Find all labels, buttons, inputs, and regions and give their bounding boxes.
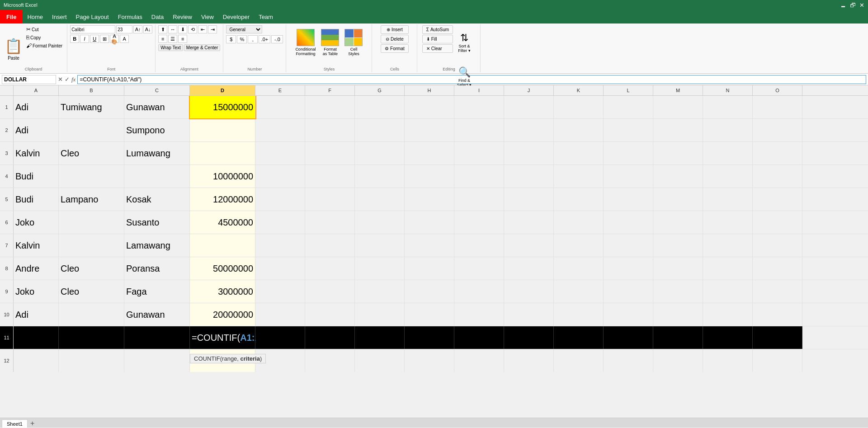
cell-A3[interactable]: Kalvin	[14, 142, 59, 165]
cell-N3[interactable]	[703, 142, 753, 165]
cut-button[interactable]: ✂ Cut	[24, 25, 64, 33]
cell-O3[interactable]	[753, 142, 802, 165]
cell-K9[interactable]	[554, 280, 604, 303]
cell-J7[interactable]	[504, 234, 554, 257]
cell-L3[interactable]	[604, 142, 653, 165]
cell-B9[interactable]: Cleo	[59, 280, 124, 303]
cell-J6[interactable]	[504, 211, 554, 234]
format-as-table-button[interactable]: Formatas Table	[318, 25, 342, 60]
cell-K2[interactable]	[554, 119, 604, 141]
row-number-5[interactable]: 5	[0, 188, 14, 211]
cell-M11[interactable]	[653, 326, 703, 349]
col-header-C[interactable]: C	[124, 85, 190, 95]
cell-G8[interactable]	[355, 257, 405, 280]
row-number-3[interactable]: 3	[0, 142, 14, 165]
cell-L2[interactable]	[604, 119, 653, 141]
cell-A12[interactable]	[14, 349, 59, 372]
cell-G7[interactable]	[355, 234, 405, 257]
cell-F2[interactable]	[305, 119, 355, 141]
cell-C7[interactable]: Lamawang	[124, 234, 190, 257]
cell-B2[interactable]	[59, 119, 124, 141]
cell-G11[interactable]	[355, 326, 405, 349]
cell-I5[interactable]	[454, 188, 504, 211]
cell-N8[interactable]	[703, 257, 753, 280]
merge-center-button[interactable]: Merge & Center	[184, 44, 221, 51]
close-icon[interactable]: ✕	[859, 2, 864, 9]
cell-B6[interactable]	[59, 211, 124, 234]
cell-G6[interactable]	[355, 211, 405, 234]
wrap-text-button[interactable]: Wrap Text	[158, 44, 183, 51]
cell-M4[interactable]	[653, 165, 703, 188]
cell-C11[interactable]	[124, 326, 190, 349]
cell-O4[interactable]	[753, 165, 802, 188]
cell-O9[interactable]	[753, 280, 802, 303]
cell-N7[interactable]	[703, 234, 753, 257]
font-color-button[interactable]: A	[120, 35, 129, 43]
col-header-I[interactable]: I	[454, 85, 504, 95]
cell-K12[interactable]	[554, 349, 604, 372]
align-top-button[interactable]: ⬆	[158, 25, 167, 33]
cell-A5[interactable]: Budi	[14, 188, 59, 211]
cell-K8[interactable]	[554, 257, 604, 280]
cell-E6[interactable]	[255, 211, 305, 234]
font-size-increase-button[interactable]: A↑	[133, 25, 142, 33]
cell-M5[interactable]	[653, 188, 703, 211]
cell-C4[interactable]	[124, 165, 190, 188]
cell-J12[interactable]	[504, 349, 554, 372]
cell-M9[interactable]	[653, 280, 703, 303]
cell-J2[interactable]	[504, 119, 554, 141]
cell-J9[interactable]	[504, 280, 554, 303]
cell-M10[interactable]	[653, 303, 703, 326]
cell-H11[interactable]	[405, 326, 454, 349]
cell-K1[interactable]	[554, 96, 604, 118]
align-left-button[interactable]: ≡	[158, 35, 167, 43]
cell-M7[interactable]	[653, 234, 703, 257]
menu-data[interactable]: Data	[147, 10, 168, 24]
align-right-button[interactable]: ≡	[178, 35, 187, 43]
cell-H3[interactable]	[405, 142, 454, 165]
cell-I10[interactable]	[454, 303, 504, 326]
percent-button[interactable]: %	[237, 35, 247, 43]
cell-O7[interactable]	[753, 234, 802, 257]
cell-E2[interactable]	[255, 119, 305, 141]
cell-A10[interactable]: Adi	[14, 303, 59, 326]
row-number-4[interactable]: 4	[0, 165, 14, 188]
cell-A4[interactable]: Budi	[14, 165, 59, 188]
cell-J10[interactable]	[504, 303, 554, 326]
cell-N10[interactable]	[703, 303, 753, 326]
cell-O6[interactable]	[753, 211, 802, 234]
cell-M8[interactable]	[653, 257, 703, 280]
comma-button[interactable]: ,	[248, 35, 258, 43]
cell-L1[interactable]	[604, 96, 653, 118]
cell-F7[interactable]	[305, 234, 355, 257]
cell-C5[interactable]: Kosak	[124, 188, 190, 211]
row-number-9[interactable]: 9	[0, 280, 14, 303]
cell-O11[interactable]	[753, 326, 802, 349]
row-number-1[interactable]: 1	[0, 96, 14, 118]
insert-function-icon[interactable]: fx	[71, 76, 75, 83]
sort-filter-button[interactable]: ⇅ Sort &Filter ▾	[453, 25, 476, 60]
cell-M6[interactable]	[653, 211, 703, 234]
cell-H4[interactable]	[405, 165, 454, 188]
col-header-B[interactable]: B	[59, 85, 124, 95]
font-size-select[interactable]	[116, 25, 132, 33]
cell-J4[interactable]	[504, 165, 554, 188]
cell-N2[interactable]	[703, 119, 753, 141]
cell-styles-button[interactable]: CellStyles	[342, 25, 365, 60]
cell-M1[interactable]	[653, 96, 703, 118]
cell-L4[interactable]	[604, 165, 653, 188]
cell-K5[interactable]	[554, 188, 604, 211]
menu-review[interactable]: Review	[168, 10, 197, 24]
cell-L12[interactable]	[604, 349, 653, 372]
cell-M12[interactable]	[653, 349, 703, 372]
menu-view[interactable]: View	[197, 10, 218, 24]
cell-F6[interactable]	[305, 211, 355, 234]
cell-M3[interactable]	[653, 142, 703, 165]
copy-button[interactable]: ⎘ Copy	[24, 33, 64, 42]
decimal-increase-button[interactable]: .0+	[259, 35, 270, 43]
cell-E7[interactable]	[255, 234, 305, 257]
cell-L10[interactable]	[604, 303, 653, 326]
cell-H8[interactable]	[405, 257, 454, 280]
cell-N5[interactable]	[703, 188, 753, 211]
cell-A2[interactable]: Adi	[14, 119, 59, 141]
